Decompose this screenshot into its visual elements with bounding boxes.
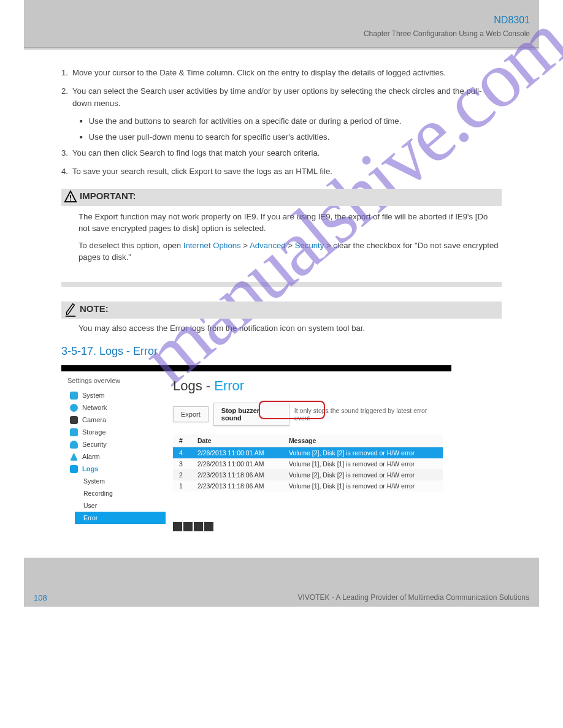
sidebar-sub-recording[interactable]: Recording (81, 487, 166, 499)
camera-icon (70, 416, 78, 424)
link-security: Security (295, 241, 324, 250)
note-body: You may also access the Error logs from … (61, 322, 502, 335)
link-internet-options: Internet Options (183, 241, 241, 250)
sidebar-item-label: System (82, 389, 105, 401)
important-body: The Export function may not work properl… (61, 211, 502, 287)
step-text: To save your search result, click Export… (72, 165, 499, 178)
pencil-icon (64, 301, 77, 317)
sidebar-item-logs[interactable]: Logs (67, 463, 166, 475)
page-title-part2: Error (214, 378, 244, 393)
step-number: 2. (61, 85, 72, 97)
cell-n: 2 (173, 469, 191, 480)
warning-icon (64, 190, 77, 203)
step-sub-bullet: Use the user pull-down menu to search fo… (61, 131, 502, 143)
logs-icon (70, 465, 78, 473)
cell-date: 2/23/2013 11:18:06 AM (191, 469, 283, 480)
header-band: ND8301 Chapter Three Configuration Using… (24, 0, 539, 48)
header-rule (24, 48, 539, 50)
cell-n: 1 (173, 480, 191, 491)
sidebar-item-label: Security (82, 438, 107, 450)
storage-icon (70, 428, 78, 436)
sidebar-overview-label: Settings overview (67, 377, 166, 384)
sidebar-item-label: Alarm (82, 450, 100, 463)
txt: > (243, 241, 250, 250)
header-chapter: Chapter Three Configuration Using a Web … (364, 29, 530, 38)
cell-date: 2/26/2013 11:00:01 AM (191, 447, 283, 459)
step-text: Move your cursor to the Date & Time colu… (72, 67, 499, 79)
cell-n: 4 (173, 447, 191, 459)
table-pager (173, 522, 444, 531)
important-title: IMPORTANT: (80, 191, 136, 201)
page-next-button[interactable] (194, 522, 203, 531)
link-advanced: Advanced (250, 241, 286, 250)
settings-sidebar: Settings overview System Network Camera … (61, 372, 166, 547)
table-row[interactable]: 32/26/2013 11:00:01 AMVolume [1], Disk [… (173, 458, 443, 469)
note-bar: NOTE: (61, 301, 502, 319)
cell-date: 2/23/2013 11:18:06 AM (191, 480, 283, 491)
sidebar-item-label: Storage (82, 426, 106, 438)
security-icon (70, 441, 78, 449)
cell-msg: Volume [2], Disk [2] is removed or H/W e… (283, 469, 443, 480)
table-row[interactable]: 22/23/2013 11:18:06 AMVolume [2], Disk [… (173, 469, 443, 480)
page-first-button[interactable] (173, 522, 182, 531)
screenshot-logs-error: Settings overview System Network Camera … (61, 365, 451, 547)
cell-msg: Volume [2], Disk [2] is removed or H/W e… (283, 447, 443, 459)
step-number: 4. (61, 165, 72, 178)
sidebar-item-security[interactable]: Security (67, 438, 166, 450)
cell-msg: Volume [1], Disk [1] is removed or H/W e… (283, 458, 443, 469)
steps-list: 1.Move your cursor to the Date & Time co… (61, 67, 502, 178)
page-title-sep: - (202, 378, 215, 393)
sidebar-item-storage[interactable]: Storage (67, 426, 166, 438)
export-button[interactable]: Export (173, 406, 209, 422)
important-p1: The Export function may not work properl… (79, 211, 499, 235)
sidebar-item-label: Camera (82, 414, 106, 426)
page-number: 108 (34, 593, 47, 602)
cell-msg: Volume [1], Disk [1] is removed or H/W e… (283, 480, 443, 491)
page-prev-button[interactable] (183, 522, 193, 531)
col-message: Message (283, 434, 443, 447)
step-sub-bullet: Use the and buttons to search for activi… (61, 115, 502, 127)
sidebar-sub-system[interactable]: System (81, 475, 166, 487)
footer-owner: VIVOTEK - A Leading Provider of Multimed… (297, 593, 529, 602)
sidebar-item-alarm[interactable]: Alarm (67, 450, 166, 463)
sidebar-sub-error[interactable]: Error (75, 512, 166, 524)
cell-n: 3 (173, 458, 191, 469)
page-last-button[interactable] (204, 522, 213, 531)
section-heading-error: 3-5-17. Logs - Error (61, 345, 502, 358)
col-number: # (173, 434, 191, 447)
important-bar: IMPORTANT: (61, 189, 502, 206)
sidebar-item-label: Network (82, 401, 107, 414)
page-title: Logs - Error (173, 378, 444, 394)
col-date: Date (191, 434, 283, 447)
sidebar-item-label: Logs (82, 463, 98, 475)
screenshot-titlebar (61, 365, 451, 371)
footer-band: 108 VIVOTEK - A Leading Provider of Mult… (24, 558, 539, 607)
header-model-link[interactable]: ND8301 (494, 15, 530, 26)
error-log-table: # Date Message 42/26/2013 11:00:01 AMVol… (173, 434, 443, 491)
network-icon (70, 404, 78, 412)
txt: To deselect this option, open (79, 241, 183, 250)
step-number: 3. (61, 147, 72, 159)
important-p2: To deselect this option, open Internet O… (79, 240, 499, 264)
step-text: You can select the Search user activitie… (72, 85, 499, 110)
note-title: NOTE: (80, 303, 109, 314)
step-text: You can then click Search to find logs t… (72, 147, 499, 159)
annotation-highlight (259, 401, 325, 419)
sidebar-item-system[interactable]: System (67, 389, 166, 401)
table-row[interactable]: 42/26/2013 11:00:01 AMVolume [2], Disk [… (173, 447, 443, 459)
system-icon (70, 392, 78, 400)
cell-date: 2/26/2013 11:00:01 AM (191, 458, 283, 469)
svg-point-1 (70, 199, 71, 200)
table-row[interactable]: 12/23/2013 11:18:06 AMVolume [1], Disk [… (173, 480, 443, 491)
logs-panel: Logs - Error Export Stop buzzer sound It… (166, 372, 451, 547)
sidebar-item-camera[interactable]: Camera (67, 414, 166, 426)
sidebar-item-network[interactable]: Network (67, 401, 166, 414)
step-number: 1. (61, 67, 72, 79)
alarm-icon (70, 453, 78, 461)
sidebar-sub-list: System Recording User Error (81, 475, 166, 524)
page-title-part1: Logs (173, 378, 202, 393)
sidebar-sub-user[interactable]: User (81, 499, 166, 512)
txt: > (288, 241, 294, 250)
